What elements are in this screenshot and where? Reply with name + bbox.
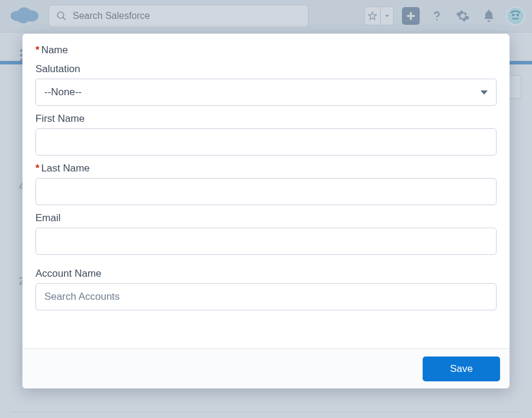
salutation-value: --None--	[44, 86, 82, 98]
email-input[interactable]	[35, 228, 497, 255]
account-name-label: Account Name	[35, 268, 497, 280]
save-button[interactable]: Save	[423, 357, 500, 381]
salutation-select[interactable]: --None--	[35, 79, 497, 106]
email-label: Email	[35, 212, 497, 224]
new-record-modal: *Name Salutation --None-- First Name *La…	[22, 34, 510, 388]
account-name-input[interactable]	[35, 283, 497, 310]
last-name-input[interactable]	[35, 178, 497, 205]
last-name-label: *Last Name	[35, 163, 497, 174]
first-name-label: First Name	[35, 113, 497, 125]
modal-footer: Save	[22, 348, 510, 388]
chevron-down-icon	[481, 90, 488, 95]
name-section-label: *Name	[35, 44, 497, 56]
first-name-input[interactable]	[35, 128, 497, 155]
salutation-label: Salutation	[35, 63, 497, 75]
